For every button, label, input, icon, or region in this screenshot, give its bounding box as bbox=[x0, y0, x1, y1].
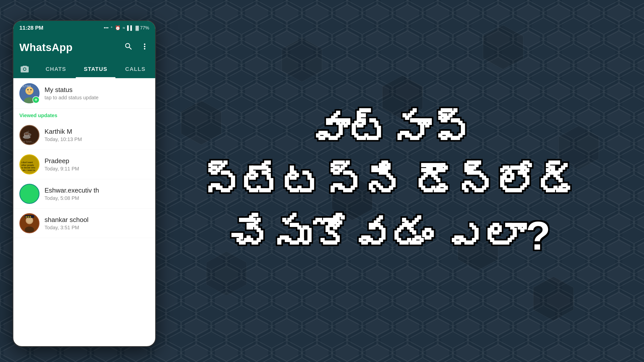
tab-status[interactable]: STATUS bbox=[76, 60, 115, 78]
svg-point-20 bbox=[26, 87, 33, 94]
status-time: 11:28 PM bbox=[19, 25, 43, 31]
eshwar-info: Eshwar.executiv th Today, 5:08 PM bbox=[45, 187, 99, 201]
pradeep-name: Pradeep bbox=[45, 157, 79, 165]
alarm-icon: ⏰ bbox=[115, 25, 120, 31]
more-menu-icon[interactable] bbox=[140, 42, 149, 53]
eshwar-name: Eshwar.executiv th bbox=[45, 187, 99, 194]
my-status-info: My status tap to add status update bbox=[45, 86, 99, 101]
app-title: WhatsApp bbox=[19, 41, 73, 54]
phone-mockup: 11:28 PM ••• ⁺ ⏰ ≈ ▌▌ ▓ 77% WhatsApp bbox=[13, 20, 156, 347]
bluetooth-icon: ⁺ bbox=[110, 25, 113, 31]
karthik-info: Karthik M Today, 10:13 PM bbox=[45, 128, 82, 142]
tab-calls[interactable]: CALLS bbox=[115, 60, 155, 78]
shankar-avatar: ★★★ bbox=[19, 213, 39, 233]
svg-point-37 bbox=[25, 227, 34, 233]
status-bar: 11:28 PM ••• ⁺ ⏰ ≈ ▌▌ ▓ 77% bbox=[13, 21, 155, 35]
svg-text:other people: other people bbox=[21, 164, 34, 166]
app-bar-actions bbox=[124, 42, 149, 53]
pradeep-avatar: I don't want other people to decide who … bbox=[19, 154, 39, 174]
my-avatar-wrap: ULTIMA + bbox=[19, 83, 39, 103]
contact-row-eshwar[interactable]: Eshwar.executiv th Today, 5:08 PM bbox=[13, 179, 155, 209]
pradeep-info: Pradeep Today, 9:11 PM bbox=[45, 157, 79, 172]
shankar-time: Today, 3:51 PM bbox=[45, 225, 89, 231]
eshwar-avatar bbox=[19, 184, 39, 204]
app-bar: WhatsApp bbox=[13, 35, 155, 60]
contact-row-shankar[interactable]: ★★★ shankar school Today, 3:51 PM bbox=[13, 209, 155, 238]
tab-bar: CHATS STATUS CALLS bbox=[13, 60, 155, 78]
karthik-avatar: ☕ my love... bbox=[19, 125, 39, 145]
svg-text:ULTIMA: ULTIMA bbox=[22, 85, 31, 88]
tab-chats[interactable]: CHATS bbox=[36, 60, 76, 78]
eshwar-time: Today, 5:08 PM bbox=[45, 195, 99, 201]
svg-text:I don't want: I don't want bbox=[21, 161, 33, 164]
shankar-name: shankar school bbox=[45, 216, 89, 224]
status-icons: ••• ⁺ ⏰ ≈ ▌▌ ▓ 77% bbox=[104, 25, 149, 31]
my-status-sub: tap to add status update bbox=[45, 95, 99, 101]
svg-text:my love...: my love... bbox=[21, 140, 34, 143]
my-status-name: My status bbox=[45, 86, 99, 94]
content-area: ULTIMA + My status tap to add status upd… bbox=[13, 78, 155, 238]
viewed-updates-label: Viewed updates bbox=[13, 109, 155, 120]
telugu-overlay: వాట్సాప్ స్టేటస్ని డౌన్లోడ్ చేసుకోవడం ఎల… bbox=[156, 20, 624, 347]
svg-text:to decide who: to decide who bbox=[21, 166, 35, 169]
svg-point-22 bbox=[30, 89, 32, 90]
search-icon[interactable] bbox=[124, 42, 133, 53]
telugu-text: వాట్సాప్ స్టేటస్ని డౌన్లోడ్ చేసుకోవడం ఎల… bbox=[201, 105, 579, 262]
my-status-row[interactable]: ULTIMA + My status tap to add status upd… bbox=[13, 78, 155, 109]
signal-icon: ▌▌ bbox=[127, 25, 134, 31]
shankar-info: shankar school Today, 3:51 PM bbox=[45, 216, 89, 231]
add-status-btn[interactable]: + bbox=[32, 96, 39, 103]
contact-row-karthik[interactable]: ☕ my love... Karthik M Today, 10:13 PM bbox=[13, 120, 155, 150]
dots-icon: ••• bbox=[104, 25, 109, 31]
wifi-icon: ≈ bbox=[123, 25, 125, 31]
karthik-name: Karthik M bbox=[45, 128, 82, 135]
battery-icon: ▓ 77% bbox=[136, 25, 149, 31]
tab-camera[interactable] bbox=[13, 60, 36, 78]
pradeep-time: Today, 9:11 PM bbox=[45, 166, 79, 172]
karthik-time: Today, 10:13 PM bbox=[45, 137, 82, 142]
svg-text:★★★: ★★★ bbox=[25, 216, 31, 218]
svg-text:☕: ☕ bbox=[22, 130, 32, 139]
svg-text:I am. I want to: I am. I want to bbox=[21, 169, 35, 171]
contact-row-pradeep[interactable]: I don't want other people to decide who … bbox=[13, 150, 155, 179]
svg-point-21 bbox=[27, 89, 29, 90]
